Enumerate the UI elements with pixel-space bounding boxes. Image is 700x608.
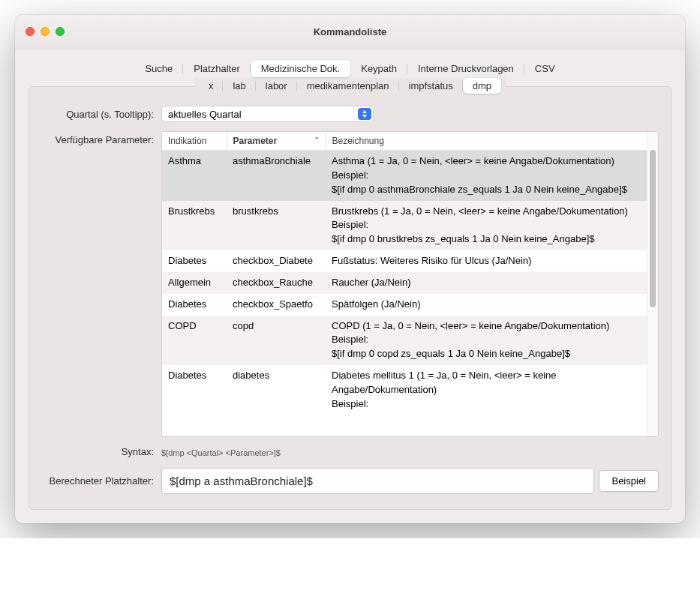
parameter-table-container: Indikation Parameter⌃ Bezeichnung Asthma… xyxy=(161,131,659,437)
cell-parameter: asthmaBronchiale xyxy=(227,151,326,201)
table-row[interactable]: Diabetescheckbox_SpaetfoSpätfolgen (Ja/N… xyxy=(162,294,647,316)
zoom-window-button[interactable] xyxy=(56,27,65,36)
cell-parameter: checkbox_Spaetfo xyxy=(227,294,326,316)
traffic-lights xyxy=(26,27,65,36)
cell-indikation: Asthma xyxy=(162,151,227,201)
row-quartal: Quartal (s. Tooltipp): aktuelles Quartal xyxy=(41,106,659,122)
parameter-table: Indikation Parameter⌃ Bezeichnung Asthma… xyxy=(162,132,647,415)
row-platzhalter: Berechneter Platzhalter: $[dmp a asthmaB… xyxy=(41,468,659,494)
quartal-select[interactable]: aktuelles Quartal xyxy=(161,106,374,122)
table-row[interactable]: Diabetescheckbox_DiabeteFußstatus: Weite… xyxy=(162,250,647,272)
cell-bezeichnung: Raucher (Ja/Nein) xyxy=(326,272,647,294)
cell-bezeichnung: Diabetes mellitus 1 (1 = Ja, 0 = Nein, <… xyxy=(326,365,647,415)
cell-bezeichnung: Fußstatus: Weiteres Risiko für Ulcus (Ja… xyxy=(326,250,647,272)
cell-indikation: Allgemein xyxy=(162,272,227,294)
label-platzhalter: Berechneter Platzhalter: xyxy=(41,475,161,487)
cell-parameter: diabetes xyxy=(227,365,326,415)
table-row[interactable]: COPDcopdCOPD (1 = Ja, 0 = Nein, <leer> =… xyxy=(162,316,647,366)
minimize-window-button[interactable] xyxy=(41,27,50,36)
syntax-text: $[dmp <Quartal> <Parameter>]$ xyxy=(161,447,659,457)
cell-bezeichnung: Asthma (1 = Ja, 0 = Nein, <leer> = keine… xyxy=(326,151,647,201)
quartal-select-value: aktuelles Quartal xyxy=(168,109,242,120)
main-tab-interne-druckvorlagen[interactable]: Interne Druckvorlagen xyxy=(407,60,524,77)
main-tab-medizinische-dok-[interactable]: Medizinische Dok. xyxy=(251,60,351,77)
main-tabs: SuchePlatzhalterMedizinische Dok.Keypath… xyxy=(15,49,685,80)
titlebar: Kommandoliste xyxy=(15,15,685,49)
cell-bezeichnung: Spätfolgen (Ja/Nein) xyxy=(326,294,647,316)
cell-parameter: brustkrebs xyxy=(227,201,326,251)
sub-tabs: xlablabormedikamentenplanimpfstatusdmp xyxy=(41,78,659,94)
row-syntax: Syntax: $[dmp <Quartal> <Parameter>]$ xyxy=(41,446,659,457)
cell-indikation: Brustkrebs xyxy=(162,201,227,251)
cell-indikation: Diabetes xyxy=(162,365,227,415)
window-title: Kommandoliste xyxy=(314,26,387,37)
main-tab-keypath[interactable]: Keypath xyxy=(350,60,407,77)
window: Kommandoliste SuchePlatzhalterMedizinisc… xyxy=(15,15,685,523)
table-row[interactable]: BrustkrebsbrustkrebsBrustkrebs (1 = Ja, … xyxy=(162,201,647,251)
sub-tab-dmp[interactable]: dmp xyxy=(463,78,501,94)
col-header-bezeichnung[interactable]: Bezeichnung xyxy=(326,132,647,151)
scrollbar[interactable] xyxy=(647,132,658,436)
main-tab-suche[interactable]: Suche xyxy=(134,60,183,77)
cell-parameter: checkbox_Rauche xyxy=(227,272,326,294)
col-header-parameter[interactable]: Parameter⌃ xyxy=(227,132,326,151)
col-header-indikation[interactable]: Indikation xyxy=(162,132,227,151)
cell-indikation: Diabetes xyxy=(162,250,227,272)
panel: xlablabormedikamentenplanimpfstatusdmp Q… xyxy=(29,86,671,510)
cell-parameter: copd xyxy=(227,316,326,366)
cell-bezeichnung: COPD (1 = Ja, 0 = Nein, <leer> = keine A… xyxy=(326,316,647,366)
close-window-button[interactable] xyxy=(26,27,35,36)
sort-asc-icon: ⌃ xyxy=(314,136,320,144)
main-tab-csv[interactable]: CSV xyxy=(524,60,566,77)
label-parameter: Verfügbare Parameter: xyxy=(41,131,161,145)
label-syntax: Syntax: xyxy=(41,446,161,457)
main-tab-platzhalter[interactable]: Platzhalter xyxy=(183,60,250,77)
row-parameter: Verfügbare Parameter: Indikation xyxy=(41,131,659,437)
table-row[interactable]: Allgemeincheckbox_RaucheRaucher (Ja/Nein… xyxy=(162,272,647,294)
computed-placeholder-input[interactable]: $[dmp a asthmaBronchiale]$ xyxy=(161,468,594,494)
cell-parameter: checkbox_Diabete xyxy=(227,250,326,272)
cell-indikation: Diabetes xyxy=(162,294,227,316)
table-row[interactable]: DiabetesdiabetesDiabetes mellitus 1 (1 =… xyxy=(162,365,647,415)
sub-tab-lab[interactable]: lab xyxy=(223,78,255,94)
cell-bezeichnung: Brustkrebs (1 = Ja, 0 = Nein, <leer> = k… xyxy=(326,201,647,251)
chevron-updown-icon xyxy=(358,108,371,120)
beispiel-button[interactable]: Beispiel xyxy=(599,470,659,492)
scrollbar-thumb[interactable] xyxy=(650,150,656,307)
table-row[interactable]: AsthmaasthmaBronchialeAsthma (1 = Ja, 0 … xyxy=(162,151,647,201)
sub-tab-labor[interactable]: labor xyxy=(256,78,297,94)
cell-indikation: COPD xyxy=(162,316,227,366)
sub-tab-impfstatus[interactable]: impfstatus xyxy=(399,78,463,94)
sub-tab-medikamentenplan[interactable]: medikamentenplan xyxy=(297,78,399,94)
label-quartal: Quartal (s. Tooltipp): xyxy=(41,109,161,120)
sub-tab-x[interactable]: x xyxy=(199,78,224,94)
